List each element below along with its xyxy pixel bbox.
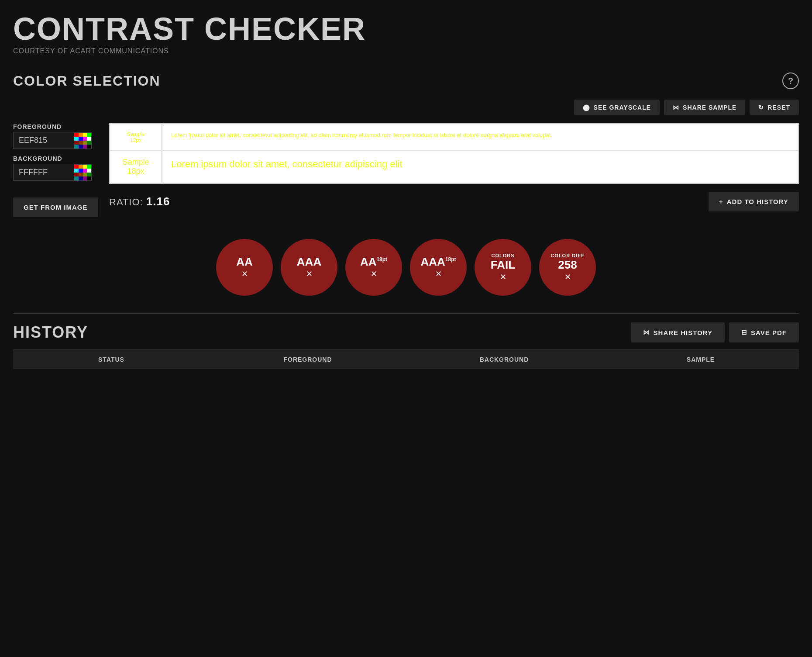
share-icon: ⋈ bbox=[673, 104, 679, 111]
history-table-header: STATUS FOREGROUND BACKGROUND SAMPLE bbox=[13, 349, 799, 369]
background-label: BACKGROUND bbox=[13, 155, 100, 162]
result-colordiff-title: 258 bbox=[558, 259, 577, 270]
result-aa: AA ✕ bbox=[216, 239, 273, 296]
history-header: HISTORY ⋈ SHARE HISTORY ⊟ SAVE PDF bbox=[13, 322, 799, 342]
color-selection-header: COLOR SELECTION ? bbox=[13, 73, 799, 89]
foreground-input-row bbox=[13, 132, 100, 149]
color-panel: FOREGROUND bbox=[13, 123, 799, 217]
reset-button[interactable]: ↻ RESET bbox=[750, 100, 799, 115]
result-aa18pt-title: AA18pt bbox=[360, 256, 387, 267]
result-aa-title: AA bbox=[236, 256, 253, 267]
result-colors-icon: ✕ bbox=[500, 272, 506, 282]
app-title: CONTRAST CHECKER bbox=[13, 13, 799, 45]
save-pdf-icon: ⊟ bbox=[741, 328, 747, 336]
sample-preview: Sample 12px Lorem ipsum dolor sit amet, … bbox=[109, 123, 799, 184]
result-aaa18pt: AAA18pt ✕ bbox=[410, 239, 467, 296]
save-pdf-button[interactable]: ⊟ SAVE PDF bbox=[729, 322, 799, 342]
sample-row-small: Sample 12px Lorem ipsum dolor sit amet, … bbox=[110, 124, 798, 151]
result-colors-fail: COLORS FAIL ✕ bbox=[475, 239, 531, 296]
background-swatch[interactable] bbox=[74, 164, 92, 181]
result-aaa-title: AAA bbox=[297, 256, 321, 267]
col-foreground: FOREGROUND bbox=[210, 356, 406, 363]
foreground-swatch[interactable] bbox=[74, 132, 92, 149]
background-input-row bbox=[13, 164, 100, 181]
foreground-input[interactable] bbox=[13, 132, 74, 149]
get-from-image-button[interactable]: GET FROM IMAGE bbox=[13, 197, 98, 217]
col-sample: SAMPLE bbox=[602, 356, 799, 363]
ratio-display: RATIO: 1.16 bbox=[109, 195, 170, 208]
toggle-icon: ⬤ bbox=[583, 104, 590, 111]
help-button[interactable]: ? bbox=[782, 73, 799, 89]
results-section: AA ✕ AAA ✕ AA18pt ✕ AAA18pt ✕ COLORS FAI… bbox=[13, 239, 799, 296]
result-colordiff-icon: ✕ bbox=[564, 272, 571, 282]
result-aaa-icon: ✕ bbox=[306, 269, 313, 279]
history-section: HISTORY ⋈ SHARE HISTORY ⊟ SAVE PDF STATU… bbox=[13, 313, 799, 369]
result-colors-label: COLORS bbox=[491, 253, 514, 258]
sample-label-small: Sample 12px bbox=[110, 124, 162, 150]
foreground-group: FOREGROUND bbox=[13, 123, 100, 149]
result-aaa18pt-title: AAA18pt bbox=[420, 256, 456, 267]
share-sample-button[interactable]: ⋈ SHARE SAMPLE bbox=[664, 100, 745, 115]
add-to-history-button[interactable]: + ADD TO HISTORY bbox=[709, 192, 799, 211]
col-background: BACKGROUND bbox=[406, 356, 602, 363]
foreground-label: FOREGROUND bbox=[13, 123, 100, 130]
result-aa-icon: ✕ bbox=[241, 269, 248, 279]
col-status: STATUS bbox=[13, 356, 210, 363]
sample-row-large: Sample 18px Lorem ipsum dolor sit amet, … bbox=[110, 151, 798, 183]
sample-text-small: Lorem ipsum dolor sit amet, consectetur … bbox=[162, 124, 798, 150]
result-aa18pt-icon: ✕ bbox=[371, 269, 377, 279]
share-history-button[interactable]: ⋈ SHARE HISTORY bbox=[631, 322, 725, 342]
result-color-diff: COLOR DIFF 258 ✕ bbox=[539, 239, 596, 296]
grayscale-button[interactable]: ⬤ SEE GRAYSCALE bbox=[574, 100, 660, 115]
background-group: BACKGROUND bbox=[13, 155, 100, 181]
sample-text-large: Lorem ipsum dolor sit amet, consectetur … bbox=[162, 151, 798, 183]
history-title: HISTORY bbox=[13, 323, 88, 342]
sample-label-large: Sample 18px bbox=[110, 151, 162, 183]
result-aaa18pt-icon: ✕ bbox=[435, 269, 442, 279]
share-history-icon: ⋈ bbox=[643, 328, 650, 336]
background-input[interactable] bbox=[13, 164, 74, 181]
app-subtitle: COURTESY OF ACART COMMUNICATIONS bbox=[13, 47, 799, 55]
result-aaa: AAA ✕ bbox=[281, 239, 337, 296]
color-selection-title: COLOR SELECTION bbox=[13, 73, 161, 89]
result-aa18pt: AA18pt ✕ bbox=[345, 239, 402, 296]
result-colordiff-label: COLOR DIFF bbox=[551, 253, 584, 258]
plus-icon: + bbox=[719, 198, 723, 205]
history-buttons: ⋈ SHARE HISTORY ⊟ SAVE PDF bbox=[631, 322, 799, 342]
color-inputs: FOREGROUND bbox=[13, 123, 100, 181]
toolbar: ⬤ SEE GRAYSCALE ⋈ SHARE SAMPLE ↻ RESET bbox=[13, 100, 799, 115]
result-colors-title: FAIL bbox=[491, 259, 515, 270]
reset-icon: ↻ bbox=[758, 104, 764, 111]
